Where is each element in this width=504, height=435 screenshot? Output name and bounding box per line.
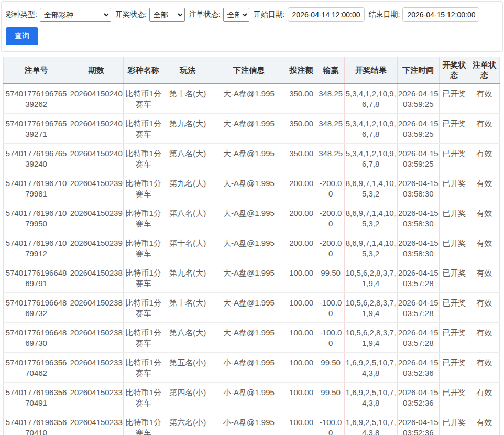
- cell-draw-result: 10,5,6,2,8,3,7,1,9,4: [344, 293, 397, 323]
- cell-bet-time: 2026-04-15 03:58:30: [397, 233, 439, 263]
- cell-lottery-name: 比特币1分赛车: [124, 144, 163, 173]
- cell-draw-status: 已开奖: [439, 84, 469, 114]
- cell-bet-time: 2026-04-15 03:59:25: [397, 84, 439, 114]
- cell-bet-status: 有效: [469, 84, 499, 114]
- cell-bet-time: 2026-04-15 03:59:25: [397, 144, 439, 173]
- table-row: 5740177619671079950202604150239比特币1分赛车第八…: [4, 203, 500, 233]
- lottery-type-label: 彩种类型:: [6, 10, 37, 19]
- cell-draw-status: 已开奖: [439, 144, 469, 173]
- table-row: 5740177619664869730202604150238比特币1分赛车第八…: [4, 323, 500, 353]
- cell-bet-info: 大-A盘@1.995: [212, 144, 286, 173]
- cell-bet-amount: 200.00: [286, 233, 317, 263]
- start-date-label: 开始日期:: [254, 10, 285, 19]
- start-date-input[interactable]: [288, 7, 365, 22]
- cell-lottery-name: 比特币1分赛车: [124, 114, 163, 144]
- cell-lottery-name: 比特币1分赛车: [124, 84, 163, 114]
- column-header-play-type: 玩法: [163, 57, 212, 84]
- cell-bet-status: 有效: [469, 323, 499, 353]
- filter-panel: 彩种类型: 全部彩种 开奖状态: 全部 注单状态: 全部 开始日期: 结束日期:…: [1, 1, 503, 52]
- cell-bet-amount: 350.00: [286, 144, 317, 173]
- cell-period: 202604150233: [69, 353, 124, 383]
- cell-bet-number: 5740177619671079950: [4, 203, 69, 233]
- cell-bet-number: 5740177619676539271: [4, 114, 69, 144]
- header-row: 注单号期数彩种名称玩法下注信息投注额输赢开奖结果下注时间开奖状态注单状态: [4, 57, 500, 84]
- cell-bet-info: 大-A盘@1.995: [212, 233, 286, 263]
- table-row: 5740177619671079981202604150239比特币1分赛车第九…: [4, 173, 500, 203]
- cell-lottery-name: 比特币1分赛车: [124, 203, 163, 233]
- cell-draw-result: 1,6,9,2,5,10,7,4,3,8: [344, 383, 397, 412]
- cell-bet-number: 5740177619664869730: [4, 323, 69, 353]
- draw-status-label: 开奖状态:: [115, 10, 147, 19]
- cell-play-type: 第十名(大): [163, 84, 212, 114]
- cell-draw-status: 已开奖: [439, 173, 469, 203]
- bet-status-select[interactable]: 全部: [223, 8, 249, 22]
- cell-bet-amount: 100.00: [286, 293, 317, 323]
- cell-bet-time: 2026-04-15 03:58:30: [397, 203, 439, 233]
- cell-bet-info: 大-A盘@1.995: [212, 203, 286, 233]
- cell-bet-amount: 200.00: [286, 173, 317, 203]
- cell-draw-status: 已开奖: [439, 353, 469, 383]
- end-date-label: 结束日期:: [369, 10, 400, 19]
- cell-lottery-name: 比特币1分赛车: [124, 233, 163, 263]
- column-header-bet-status: 注单状态: [469, 57, 499, 84]
- cell-win-loss: 348.25: [317, 114, 344, 144]
- cell-bet-number: 5740177619664869732: [4, 293, 69, 323]
- table-row: 5740177619676539262202604150240比特币1分赛车第十…: [4, 84, 500, 114]
- cell-bet-info: 小-A盘@1.995: [212, 383, 286, 412]
- cell-draw-status: 已开奖: [439, 383, 469, 412]
- cell-lottery-name: 比特币1分赛车: [124, 293, 163, 323]
- cell-bet-amount: 350.00: [286, 84, 317, 114]
- cell-draw-result: 8,6,9,7,1,4,10,5,3,2: [344, 173, 397, 203]
- cell-lottery-name: 比特币1分赛车: [124, 173, 163, 203]
- column-header-lottery-name: 彩种名称: [124, 57, 163, 84]
- cell-draw-result: 10,5,6,2,8,3,7,1,9,4: [344, 323, 397, 353]
- cell-bet-number: 5740177619664869791: [4, 263, 69, 293]
- cell-draw-result: 8,6,9,7,1,4,10,5,3,2: [344, 233, 397, 263]
- table-row: 5740177619676539240202604150240比特币1分赛车第八…: [4, 144, 500, 173]
- query-button[interactable]: 查询: [6, 27, 38, 45]
- cell-draw-status: 已开奖: [439, 412, 469, 435]
- table-row: 5740177619635670410202604150233比特币1分赛车第六…: [4, 412, 500, 435]
- cell-period: 202604150240: [69, 114, 124, 144]
- cell-bet-time: 2026-04-15 03:59:25: [397, 114, 439, 144]
- cell-bet-status: 有效: [469, 383, 499, 412]
- lottery-type-select[interactable]: 全部彩种: [40, 8, 111, 22]
- cell-draw-result: 8,6,9,7,1,4,10,5,3,2: [344, 203, 397, 233]
- cell-play-type: 第八名(大): [163, 144, 212, 173]
- cell-draw-result: 1,6,9,2,5,10,7,4,3,8: [344, 412, 397, 435]
- cell-win-loss: -200.00: [317, 173, 344, 203]
- cell-bet-time: 2026-04-15 03:57:28: [397, 323, 439, 353]
- cell-bet-info: 大-A盘@1.995: [212, 114, 286, 144]
- column-header-draw-status: 开奖状态: [439, 57, 469, 84]
- bet-table-container: 注单号期数彩种名称玩法下注信息投注额输赢开奖结果下注时间开奖状态注单状态 574…: [3, 57, 501, 435]
- cell-win-loss: -100.00: [317, 293, 344, 323]
- cell-period: 202604150238: [69, 263, 124, 293]
- end-date-input[interactable]: [402, 7, 479, 22]
- cell-win-loss: 99.50: [317, 353, 344, 383]
- cell-play-type: 第九名(大): [163, 263, 212, 293]
- cell-play-type: 第十名(大): [163, 293, 212, 323]
- cell-draw-status: 已开奖: [439, 293, 469, 323]
- cell-lottery-name: 比特币1分赛车: [124, 383, 163, 412]
- cell-bet-number: 5740177619635670410: [4, 412, 69, 435]
- cell-lottery-name: 比特币1分赛车: [124, 353, 163, 383]
- table-row: 5740177619635670462202604150233比特币1分赛车第五…: [4, 353, 500, 383]
- cell-period: 202604150239: [69, 233, 124, 263]
- cell-draw-status: 已开奖: [439, 323, 469, 353]
- cell-bet-time: 2026-04-15 03:57:28: [397, 263, 439, 293]
- column-header-draw-result: 开奖结果: [344, 57, 397, 84]
- cell-bet-amount: 100.00: [286, 263, 317, 293]
- cell-bet-status: 有效: [469, 114, 499, 144]
- table-row: 5740177619664869732202604150238比特币1分赛车第十…: [4, 293, 500, 323]
- cell-period: 202604150239: [69, 173, 124, 203]
- cell-win-loss: -200.00: [317, 203, 344, 233]
- cell-draw-result: 1,6,9,2,5,10,7,4,3,8: [344, 353, 397, 383]
- cell-win-loss: 348.25: [317, 84, 344, 114]
- cell-draw-result: 10,5,6,2,8,3,7,1,9,4: [344, 263, 397, 293]
- cell-play-type: 第六名(小): [163, 412, 212, 435]
- bet-table-body: 5740177619676539262202604150240比特币1分赛车第十…: [4, 84, 500, 435]
- draw-status-select[interactable]: 全部: [149, 8, 185, 22]
- cell-period: 202604150240: [69, 84, 124, 114]
- cell-draw-result: 5,3,4,1,2,10,9,6,7,8: [344, 114, 397, 144]
- cell-draw-status: 已开奖: [439, 233, 469, 263]
